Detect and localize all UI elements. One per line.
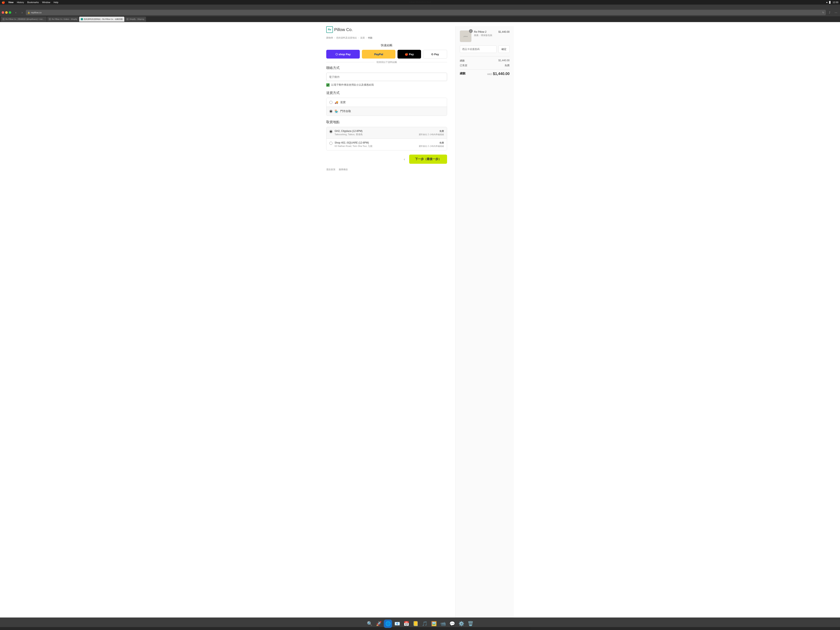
pickup-address-isquare: 63 Nathan Road, Tsim Sha Tsui, 九龍 (335, 145, 417, 148)
dock-finder[interactable]: 🔍 (365, 620, 374, 628)
crumb-info[interactable]: 您的資料及送貨地址 (336, 36, 357, 39)
dock-messages[interactable]: 💬 (448, 620, 456, 628)
breadcrumb: 購物車 › 您的資料及送貨地址 › 送貨 › 付款 (326, 36, 447, 39)
browser-toolbar: ‹ › 🔒 repillow.co ↻ ⤴ ⋯ (0, 9, 840, 16)
shopify-favicon (49, 18, 51, 20)
subtotal-value: $1,440.00 (499, 59, 510, 63)
menu-window[interactable]: Window (42, 1, 50, 3)
back-button[interactable]: ‹ (13, 10, 18, 15)
pickup-name-cityplaza: GH2, Cityplaza (12-8PM) (335, 129, 417, 133)
menu-history[interactable]: History (17, 1, 24, 3)
shopify-pay-button[interactable]: ⬡ shop Pay (326, 50, 360, 58)
quick-checkout-buttons: ⬡ shop Pay PayPal 🍎 Pay G Pay (326, 50, 447, 58)
item-quantity-badge: 2 (469, 29, 473, 33)
dock-trash[interactable]: 🗑️ (466, 620, 475, 628)
wifi-icon: ● (826, 1, 828, 3)
store-logo: Re Pillow Co. (326, 26, 447, 33)
menu-help[interactable]: Help (54, 1, 58, 3)
pickup-info-isquare: Shop 402, iSQUARE (12-8PM) 63 Nathan Roa… (335, 141, 417, 148)
forward-button[interactable]: › (20, 10, 25, 15)
tab-shopify-orders[interactable]: Re Pillow Co. Orders - Shopify (47, 17, 79, 22)
menu-bookmarks[interactable]: Bookmarks (27, 1, 39, 3)
dock-notes[interactable]: 📒 (411, 620, 420, 628)
delivery-options: 🚚 送貨 🏪 門市自取 (326, 98, 447, 116)
or-divider: 現填寫以下資料結帳 (326, 61, 447, 64)
pickup-radio-cityplaza[interactable] (329, 130, 333, 133)
pickup-location-cityplaza[interactable]: GH2, Cityplaza (12-8PM) Taikooshing, Tai… (327, 127, 447, 139)
terms-link[interactable]: 服務條款 (339, 168, 348, 171)
total-label: 總數 (460, 72, 466, 76)
pickup-radio-isquare[interactable] (329, 142, 333, 145)
address-bar[interactable]: 🔒 repillow.co ↻ (26, 10, 826, 15)
pickup-right-isquare: 免費 通常會在 2 小時內準備就緒 (419, 141, 444, 148)
dock-music[interactable]: 🎵 (420, 620, 429, 628)
pickup-location-isquare[interactable]: Shop 402, iSQUARE (12-8PM) 63 Nathan Roa… (327, 139, 447, 150)
dock-facetime[interactable]: 📹 (439, 620, 447, 628)
delivery-radio-shipping[interactable] (329, 101, 333, 104)
share-icon[interactable]: ⤴ (827, 10, 832, 15)
tab-shipany[interactable]: Shopify - ShipAny (125, 17, 146, 22)
crumb-cart[interactable]: 購物車 (326, 36, 333, 39)
shipany-favicon (126, 18, 128, 20)
shipping-row: 已售貨 免費 (460, 64, 510, 67)
delivery-option-shipping[interactable]: 🚚 送貨 (327, 98, 447, 107)
dock-photos[interactable]: 🖼️ (429, 620, 438, 628)
minimize-button[interactable] (5, 11, 8, 14)
apple-pay-label: 🍎 Pay (405, 53, 414, 56)
maximize-button[interactable] (9, 11, 11, 14)
next-step-button[interactable]: 下一步（最後一步） (409, 155, 447, 164)
next-btn-row: ‹ 下一步（最後一步） (326, 155, 447, 164)
dock-calendar[interactable]: 📅 (402, 620, 411, 628)
dock-safari[interactable]: 🌐 (384, 620, 392, 628)
refresh-button[interactable]: ↻ (822, 11, 824, 14)
delivery-store-icon: 🏪 (335, 110, 338, 113)
newsletter-checkbox[interactable] (326, 83, 330, 87)
clock: 12:00 (832, 1, 838, 3)
mac-menu-bar: 🍎 View History Bookmarks Window Help ● ▊… (0, 0, 840, 5)
apple-pay-button[interactable]: 🍎 Pay (398, 50, 421, 58)
subtotal-row: 總數 $1,440.00 (460, 59, 510, 63)
order-item: pillow 2 Re Pillow 2 推薦：環保版包裝 $1,440.00 (460, 30, 510, 42)
coupon-input[interactable] (460, 46, 497, 53)
summary-divider (460, 56, 510, 57)
logo-brand-name: Pillow Co. (334, 27, 353, 32)
tab-title-instagram: Re Pillow Co. | 香港枕頭 (@repillowco) • Ins… (5, 18, 45, 21)
instagram-favicon (3, 18, 5, 20)
or-text: 現填寫以下資料結帳 (376, 61, 397, 64)
delivery-label-shipping: 送貨 (340, 100, 444, 104)
item-image-wrap: pillow 2 (460, 30, 472, 42)
subtotal-label: 總數 (460, 59, 465, 63)
close-button[interactable] (2, 11, 4, 14)
paypal-label: PayPal (374, 53, 383, 56)
newsletter-checkbox-row: 以電子郵件傳送使用貼士以及優惠給我 (326, 83, 447, 87)
item-details: Re Pillow 2 推薦：環保版包裝 (474, 30, 496, 42)
url-text: repillow.co (31, 11, 41, 14)
menu-view[interactable]: View (8, 1, 14, 3)
dock-mail[interactable]: 📧 (393, 620, 401, 628)
crumb-shipping[interactable]: 送貨 (360, 36, 365, 39)
total-row: 總數 HKD $1,440.00 (460, 69, 510, 76)
dock-settings[interactable]: ⚙️ (457, 620, 466, 628)
google-pay-button[interactable]: G Pay (423, 50, 447, 58)
logo-re-text: Re (328, 28, 331, 31)
breadcrumb-arrow-3: › (366, 37, 367, 39)
back-arrow-button[interactable]: ‹ (404, 157, 405, 161)
contact-section-title: 聯絡方式 (326, 66, 447, 70)
delivery-radio-pickup[interactable] (329, 110, 333, 113)
coupon-confirm-button[interactable]: 確定 (498, 46, 510, 53)
browser-tab-bar: Re Pillow Co. | 香港枕頭 (@repillowco) • Ins… (0, 16, 840, 22)
checkout-favicon (81, 18, 83, 20)
menu-right-icons: ● ▊ 12:00 (826, 1, 838, 4)
pickup-name-isquare: Shop 402, iSQUARE (12-8PM) (335, 141, 417, 144)
refund-policy-link[interactable]: 退款政策 (326, 168, 335, 171)
pickup-section-title: 取貨地點 (326, 120, 447, 125)
tab-title-checkout: 您的資料及送貨地址 - Re Pillow Co. - 結帳頁面 (84, 18, 123, 21)
dock-launchpad[interactable]: 🚀 (374, 620, 383, 628)
email-input[interactable] (326, 73, 447, 81)
delivery-option-pickup[interactable]: 🏪 門市自取 (327, 107, 447, 115)
paypal-button[interactable]: PayPal (362, 50, 395, 58)
tab-checkout[interactable]: 您的資料及送貨地址 - Re Pillow Co. - 結帳頁面 (79, 17, 125, 22)
page-wrapper: Re Pillow Co. 購物車 › 您的資料及送貨地址 › 送貨 › 付款 … (0, 22, 840, 627)
tab-instagram[interactable]: Re Pillow Co. | 香港枕頭 (@repillowco) • Ins… (1, 17, 47, 22)
more-icon[interactable]: ⋯ (833, 10, 838, 15)
